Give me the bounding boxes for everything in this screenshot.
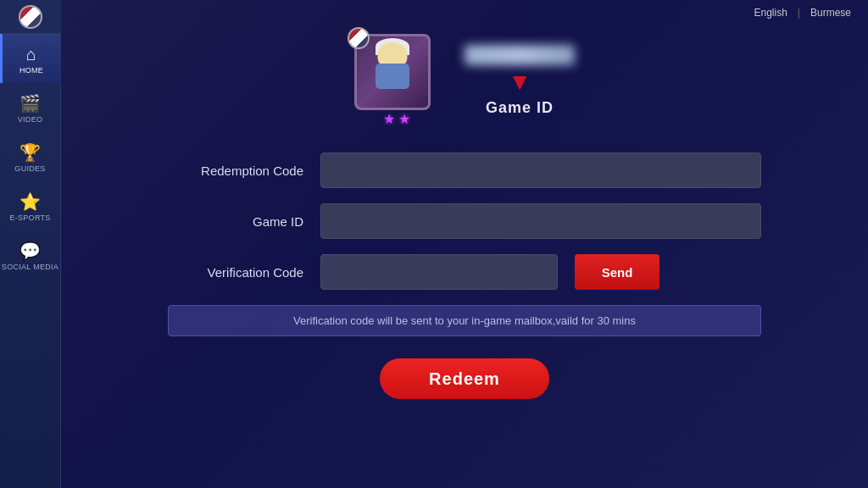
info-banner: Verification code will be sent to your i… bbox=[168, 305, 761, 336]
game-id-form-label: Game ID bbox=[168, 214, 303, 229]
trophy-icon: 🏆 bbox=[19, 144, 42, 161]
english-lang-button[interactable]: English bbox=[754, 7, 787, 19]
sidebar-item-label: VIDEO bbox=[18, 115, 43, 124]
form-section: Redemption Code Game ID Verification Cod… bbox=[61, 144, 868, 488]
flag-avatar-icon bbox=[348, 27, 370, 49]
esports-icon: ⭐ bbox=[19, 193, 42, 210]
burmese-lang-button[interactable]: Burmese bbox=[810, 7, 851, 19]
char-body bbox=[376, 64, 409, 89]
lang-divider: | bbox=[798, 7, 800, 19]
sidebar-item-label: HOME bbox=[19, 66, 43, 75]
sidebar-item-video[interactable]: 🎬 VIDEO bbox=[0, 83, 61, 132]
avatar-stars: ★ ★ bbox=[354, 111, 439, 127]
star-1: ★ bbox=[383, 111, 395, 127]
verification-code-row: Verification Code Send bbox=[168, 254, 761, 290]
star-2: ★ bbox=[398, 111, 410, 127]
main-content: English | Burmese ★ ★ ▼ Game ID bbox=[61, 0, 868, 488]
avatar-character bbox=[359, 38, 426, 106]
flag-icon bbox=[19, 5, 42, 29]
arrow-down-icon: ▼ bbox=[508, 70, 531, 94]
sidebar-item-label: E-SPORTS bbox=[9, 214, 50, 222]
sidebar-item-home[interactable]: ⌂ HOME bbox=[0, 34, 61, 83]
sidebar-item-label: GUIDES bbox=[14, 164, 45, 173]
sidebar-item-guides[interactable]: 🏆 GUIDES bbox=[0, 132, 61, 181]
game-id-section: ▼ Game ID bbox=[465, 45, 575, 117]
game-id-label: Game ID bbox=[486, 99, 554, 117]
game-id-input[interactable] bbox=[320, 203, 761, 239]
sidebar-item-label: SOCIAL MEDIA bbox=[2, 263, 58, 271]
game-id-row: Game ID bbox=[168, 203, 761, 239]
sidebar-item-social[interactable]: 💬 SOCIAL MEDIA bbox=[0, 230, 61, 280]
redemption-code-input[interactable] bbox=[320, 152, 761, 188]
sidebar-item-esports[interactable]: ⭐ E-SPORTS bbox=[0, 181, 61, 230]
profile-section: ★ ★ ▼ Game ID bbox=[61, 25, 868, 144]
home-icon: ⌂ bbox=[26, 46, 37, 63]
blurred-username bbox=[465, 45, 575, 65]
redemption-code-label: Redemption Code bbox=[168, 164, 303, 178]
sidebar-flag bbox=[0, 0, 61, 34]
video-icon: 🎬 bbox=[19, 95, 42, 112]
verification-code-input[interactable] bbox=[320, 254, 558, 290]
redemption-code-row: Redemption Code bbox=[168, 152, 761, 188]
redeem-button[interactable]: Redeem bbox=[380, 358, 549, 399]
topbar: English | Burmese bbox=[61, 0, 868, 25]
send-button[interactable]: Send bbox=[575, 254, 659, 290]
social-icon: 💬 bbox=[19, 242, 42, 259]
verification-code-label: Verification Code bbox=[168, 265, 303, 280]
sidebar: ⌂ HOME 🎬 VIDEO 🏆 GUIDES ⭐ E-SPORTS 💬 SOC… bbox=[0, 0, 61, 488]
avatar-container: ★ ★ bbox=[354, 34, 439, 127]
